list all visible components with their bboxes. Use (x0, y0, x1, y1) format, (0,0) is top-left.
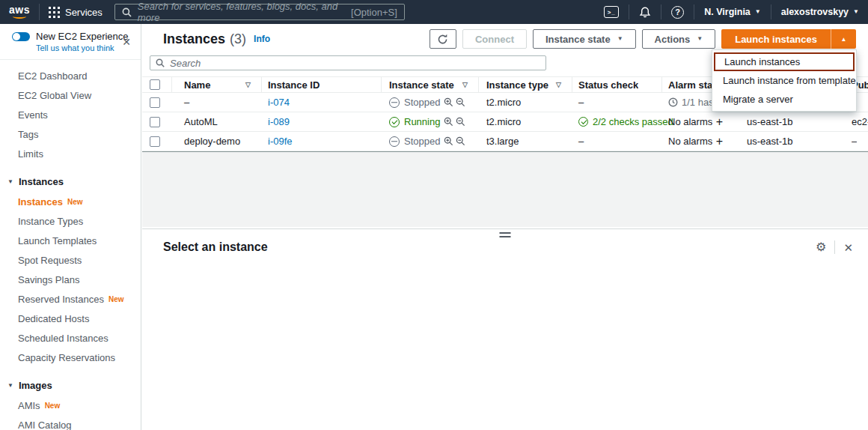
sidebar-item-scheduled-instances[interactable]: Scheduled Instances (0, 328, 141, 348)
highlight-box: Launch instances (714, 52, 855, 71)
divider (629, 4, 629, 19)
column-header-name[interactable]: Name ▽ (172, 77, 262, 92)
zoom-out-icon[interactable] (456, 97, 465, 107)
refresh-button[interactable] (430, 29, 456, 49)
select-all-checkbox[interactable] (150, 79, 160, 90)
region-selector[interactable]: N. Virginia ▼ (704, 7, 761, 17)
new-experience-banner: New EC2 Experience Tell us what you thin… (0, 24, 141, 60)
sidebar-item-savings-plans[interactable]: Savings Plans (0, 270, 141, 289)
section-header-images[interactable]: ▼ Images (0, 375, 141, 396)
services-menu-button[interactable]: Services (49, 7, 103, 18)
column-header-instance-type[interactable]: Instance type ▽ (479, 77, 572, 92)
column-header-instance-id[interactable]: Instance ID (262, 77, 382, 92)
connect-button[interactable]: Connect (462, 29, 527, 49)
new-badge: New (45, 402, 61, 410)
button-label: Instance state (545, 34, 611, 45)
column-header-status-check[interactable]: Status check (572, 77, 662, 92)
status-check-passed: 2/2 checks passed (578, 116, 673, 127)
stopped-icon (389, 97, 400, 108)
section-header-instances[interactable]: ▼ Instances (0, 172, 141, 192)
state-zoom-controls (444, 117, 465, 127)
cloudshell-icon[interactable]: >_ (604, 6, 619, 18)
table-row[interactable]: deploy-demo i-09fe Stopped (142, 132, 868, 151)
zoom-in-icon[interactable] (444, 136, 453, 146)
sort-icon[interactable]: ▽ (556, 81, 561, 88)
zoom-out-icon[interactable] (456, 136, 465, 146)
global-search-input[interactable]: Search for services, features, blogs, do… (114, 4, 405, 20)
sidebar-item-tags[interactable]: Tags (0, 124, 141, 144)
sidebar-item-launch-templates[interactable]: Launch Templates (0, 231, 141, 250)
row-checkbox[interactable] (150, 117, 160, 127)
state-zoom-controls (444, 97, 465, 107)
close-icon[interactable]: ✕ (122, 36, 131, 48)
sidebar-item-instance-types[interactable]: Instance Types (0, 211, 141, 231)
main-content: Instances (3) Info Connect Instance stat… (142, 24, 868, 430)
sidebar-item-events[interactable]: Events (0, 105, 141, 124)
row-checkbox[interactable] (150, 136, 160, 147)
menu-item-launch-instances[interactable]: Launch instances (715, 54, 853, 70)
panel-title: Select an instance (163, 240, 268, 254)
launch-instances-button[interactable]: Launch instances (721, 29, 831, 49)
table-row[interactable]: AutoML i-089 Running (142, 112, 868, 132)
instance-id-link[interactable]: i-089 (268, 116, 290, 127)
services-label: Services (65, 7, 103, 18)
sort-icon[interactable]: ▽ (462, 81, 468, 88)
instance-id-link[interactable]: i-09fe (268, 136, 293, 147)
refresh-icon (437, 34, 448, 45)
caret-down-icon: ▼ (755, 9, 761, 15)
instance-state-button[interactable]: Instance state ▼ (533, 29, 636, 49)
sidebar-item-ec2-global-view[interactable]: EC2 Global View (0, 85, 141, 105)
sidebar-links: EC2 Dashboard EC2 Global View Events Tag… (0, 60, 141, 430)
instance-id-link[interactable]: i-074 (268, 97, 290, 108)
section-title: Images (19, 380, 52, 391)
sidebar-item-ami-catalog[interactable]: AMI Catalog (0, 415, 141, 430)
help-icon[interactable]: ? (671, 6, 684, 19)
account-menu[interactable]: alexostrovskyy ▼ (781, 7, 859, 17)
state-label: Stopped (404, 136, 440, 147)
add-alarm-icon[interactable]: + (716, 136, 723, 148)
row-checkbox[interactable] (150, 97, 160, 108)
sidebar-item-label: AMIs (18, 400, 40, 411)
zoom-in-icon[interactable] (444, 117, 453, 127)
aws-logo[interactable]: aws (9, 6, 30, 19)
sort-icon[interactable]: ▽ (245, 81, 251, 88)
sidebar-item-capacity-reservations[interactable]: Capacity Reservations (0, 348, 141, 367)
help-glyph: ? (675, 7, 680, 16)
panel-controls: ⚙ ✕ (816, 240, 853, 254)
zoom-out-icon[interactable] (456, 117, 465, 127)
button-label: Actions (655, 34, 691, 45)
gear-icon[interactable]: ⚙ (816, 241, 826, 253)
check-passed-icon (578, 117, 588, 127)
caret-down-icon: ▼ (7, 178, 13, 185)
actions-button[interactable]: Actions ▼ (642, 29, 716, 49)
info-link[interactable]: Info (254, 34, 270, 44)
feedback-link[interactable]: Tell us what you think (36, 43, 132, 52)
panel-drag-handle-icon[interactable] (500, 232, 511, 237)
new-experience-toggle[interactable] (12, 32, 30, 41)
menu-item-migrate-a-server[interactable]: Migrate a server (712, 90, 856, 109)
launch-instances-split-button: Launch instances ▲ (721, 29, 856, 49)
sidebar-item-amis[interactable]: AMIsNew (0, 396, 141, 415)
instance-count: (3) (230, 31, 246, 47)
sidebar-item-instances[interactable]: InstancesNew (0, 192, 141, 211)
instance-type: t2.micro (486, 116, 521, 127)
column-header-instance-state[interactable]: Instance state ▽ (382, 77, 479, 92)
sidebar-item-limits[interactable]: Limits (0, 144, 141, 163)
sidebar-item-dedicated-hosts[interactable]: Dedicated Hosts (0, 309, 141, 328)
notifications-bell-icon[interactable] (639, 6, 651, 19)
add-alarm-icon[interactable]: + (716, 116, 723, 128)
username-label: alexostrovskyy (781, 7, 849, 17)
zoom-in-icon[interactable] (444, 97, 453, 107)
top-navigation-bar: aws Services Search for services, featur… (0, 0, 868, 24)
aws-smile-icon (13, 14, 26, 19)
sidebar-item-reserved-instances[interactable]: Reserved InstancesNew (0, 289, 141, 309)
menu-item-launch-instance-from-template[interactable]: Launch instance from template (712, 71, 856, 90)
close-icon[interactable]: ✕ (843, 242, 853, 253)
launch-instances-menu-toggle[interactable]: ▲ (831, 29, 856, 49)
instances-search-input[interactable]: Search (150, 55, 546, 70)
public-ipv4-dns: – (852, 136, 857, 147)
sidebar-item-spot-requests[interactable]: Spot Requests (0, 250, 141, 270)
sidebar-section-images: ▼ Images AMIsNew AMI Catalog (0, 375, 141, 430)
sidebar-item-ec2-dashboard[interactable]: EC2 Dashboard (0, 66, 141, 85)
region-label: N. Virginia (704, 7, 751, 17)
